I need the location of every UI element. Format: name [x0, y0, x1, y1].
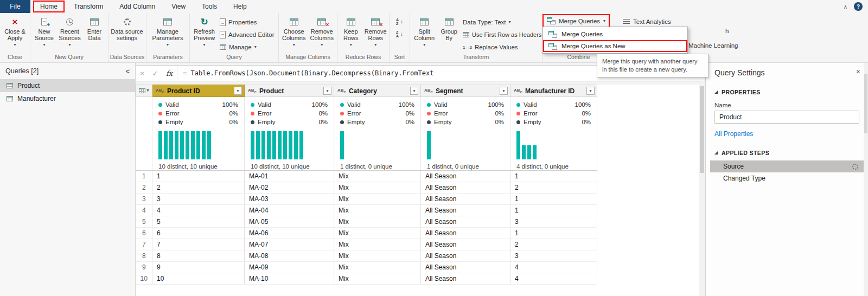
close-pane-icon[interactable]: ×	[856, 67, 860, 76]
tab-tools[interactable]: Tools	[195, 1, 224, 12]
select-all-corner-cell[interactable]: ▾	[136, 85, 152, 97]
table-cell[interactable]: 1	[510, 171, 597, 182]
use-first-row-as-headers-button[interactable]: Use First Row as Headers ▾	[461, 30, 541, 40]
enter-data-button[interactable]: Enter Data	[82, 14, 106, 53]
menu-item-merge-queries-as-new[interactable]: Merge Queries as New	[543, 40, 687, 52]
table-cell[interactable]: MA-03	[245, 194, 334, 205]
manage-button[interactable]: Manage ▾	[218, 42, 277, 52]
replace-values-button[interactable]: 1→2 Replace Values	[461, 42, 541, 52]
filter-dropdown-icon[interactable]: ▾	[410, 87, 418, 95]
table-cell[interactable]: 9	[152, 262, 245, 273]
step-settings-gear-icon[interactable]	[852, 164, 858, 170]
row-number[interactable]: 4	[136, 205, 152, 216]
table-cell[interactable]: 6	[152, 228, 245, 239]
help-icon[interactable]: ?	[854, 2, 863, 11]
column-header-segment[interactable]: ABC Segment ▾	[421, 85, 510, 97]
table-cell[interactable]: Mix	[334, 239, 421, 250]
close-apply-button[interactable]: × Close & Apply ▾	[1, 14, 29, 53]
tab-add-column[interactable]: Add Column	[113, 1, 162, 12]
refresh-preview-button[interactable]: ↻ Refresh Preview ▾	[191, 14, 218, 53]
table-cell[interactable]: 5	[152, 216, 245, 228]
table-cell[interactable]: Mix	[334, 171, 421, 182]
choose-columns-button[interactable]: Choose Columns ▾	[280, 14, 308, 53]
table-cell[interactable]: 1	[510, 228, 597, 239]
split-column-button[interactable]: Split Column ▾	[411, 14, 437, 53]
manage-parameters-button[interactable]: Manage Parameters ▾	[148, 14, 188, 53]
query-item-product[interactable]: Product	[0, 79, 135, 92]
collapse-pane-icon[interactable]: <	[125, 67, 130, 75]
collapse-ribbon-icon[interactable]: ∧	[844, 4, 847, 10]
table-cell[interactable]: 10	[152, 273, 245, 285]
recent-sources-button[interactable]: Recent Sources ▾	[57, 14, 82, 53]
column-header-category[interactable]: ABC Category ▾	[334, 85, 421, 97]
table-cell[interactable]: All Season	[421, 250, 510, 262]
query-name-input[interactable]	[714, 111, 859, 124]
table-cell[interactable]: 3	[510, 250, 597, 262]
row-number[interactable]: 8	[136, 250, 152, 262]
filter-dropdown-icon[interactable]: ▾	[500, 87, 508, 95]
tab-view[interactable]: View	[165, 1, 192, 12]
column-header-manufacturer-id[interactable]: ABC Manufacturer ID ▾	[510, 85, 597, 97]
properties-button[interactable]: Properties	[218, 17, 277, 27]
tab-help[interactable]: Help	[227, 1, 253, 12]
group-by-button[interactable]: Group By	[437, 14, 461, 53]
table-cell[interactable]: MA-04	[245, 205, 334, 216]
table-cell[interactable]: 4	[510, 262, 597, 273]
table-cell[interactable]: All Season	[421, 171, 510, 182]
properties-section-header[interactable]: PROPERTIES	[714, 89, 859, 95]
scrollbar-thumb[interactable]	[700, 86, 704, 173]
table-cell[interactable]: MA-07	[245, 239, 334, 250]
keep-rows-button[interactable]: Keep Rows ▾	[339, 14, 363, 53]
menu-item-merge-queries[interactable]: Merge Queries	[543, 28, 687, 40]
table-cell[interactable]: 3	[510, 216, 597, 228]
table-cell[interactable]: All Season	[421, 228, 510, 239]
applied-step-changed-type[interactable]: Changed Type	[710, 172, 864, 184]
new-source-button[interactable]: + New Source ▾	[31, 14, 57, 53]
table-cell[interactable]: Mix	[334, 228, 421, 239]
table-cell[interactable]: MA-09	[245, 262, 334, 273]
scrollbar-thumb[interactable]	[864, 74, 867, 133]
remove-rows-button[interactable]: × Remove Rows ▾	[363, 14, 388, 53]
tab-home[interactable]: Home	[34, 1, 64, 12]
table-cell[interactable]: 1	[510, 194, 597, 205]
text-analytics-button[interactable]: Text Analytics	[620, 16, 674, 27]
row-number[interactable]: 1	[136, 171, 152, 182]
file-menu-button[interactable]: File	[0, 0, 30, 13]
table-cell[interactable]: MA-01	[245, 171, 334, 182]
row-number[interactable]: 7	[136, 239, 152, 250]
table-cell[interactable]: 8	[152, 250, 245, 262]
table-cell[interactable]: Mix	[334, 194, 421, 205]
table-cell[interactable]: Mix	[334, 205, 421, 216]
table-cell[interactable]: 3	[152, 194, 245, 205]
row-number[interactable]: 5	[136, 216, 152, 228]
row-number[interactable]: 9	[136, 262, 152, 273]
tab-transform[interactable]: Transform	[67, 1, 110, 12]
table-cell[interactable]: Mix	[334, 250, 421, 262]
table-cell[interactable]: All Season	[421, 205, 510, 216]
table-cell[interactable]: 2	[152, 182, 245, 194]
advanced-editor-button[interactable]: Advanced Editor	[218, 30, 277, 40]
cancel-formula-icon[interactable]: ×	[136, 69, 149, 78]
merge-queries-button[interactable]: Merge Queries ▾	[544, 15, 609, 27]
table-cell[interactable]: MA-05	[245, 216, 334, 228]
table-cell[interactable]: Mix	[334, 262, 421, 273]
table-cell[interactable]: Mix	[334, 273, 421, 285]
table-cell[interactable]: All Season	[421, 182, 510, 194]
column-header-product[interactable]: ABC Product ▾	[245, 85, 334, 97]
table-cell[interactable]: Mix	[334, 182, 421, 194]
sort-ascending-button[interactable]: AZ ↓	[392, 16, 407, 27]
table-cell[interactable]: MA-06	[245, 228, 334, 239]
filter-dropdown-icon[interactable]: ▾	[323, 87, 331, 95]
vertical-scrollbar[interactable]	[699, 85, 705, 296]
table-cell[interactable]: 7	[152, 239, 245, 250]
table-cell[interactable]: 4	[510, 273, 597, 285]
applied-step-source[interactable]: Source	[710, 160, 864, 172]
row-number[interactable]: 6	[136, 228, 152, 239]
table-cell[interactable]: 1	[152, 171, 245, 182]
applied-steps-section-header[interactable]: APPLIED STEPS	[714, 150, 859, 156]
remove-columns-button[interactable]: × Remove Columns ▾	[308, 14, 336, 53]
data-type-button[interactable]: Data Type: Text ▾	[461, 17, 541, 27]
table-cell[interactable]: 4	[152, 205, 245, 216]
query-item-manufacturer[interactable]: Manufacturer	[0, 92, 135, 105]
filter-dropdown-icon[interactable]: ▾	[234, 87, 242, 95]
